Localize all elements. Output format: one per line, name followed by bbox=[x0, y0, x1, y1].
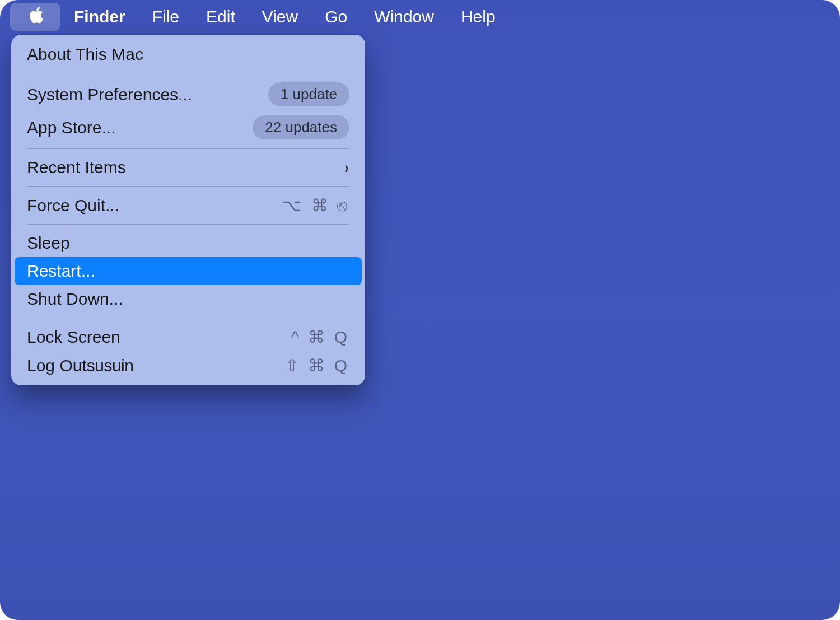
menubar: Finder File Edit View Go Window Help bbox=[0, 0, 840, 34]
update-badge: 22 updates bbox=[253, 115, 349, 139]
menu-sleep[interactable]: Sleep bbox=[11, 229, 365, 257]
menu-force-quit[interactable]: Force Quit... ⌥ ⌘ ⎋ bbox=[11, 191, 365, 220]
apple-icon bbox=[28, 6, 45, 29]
apple-menu-button[interactable] bbox=[10, 3, 60, 31]
menu-separator bbox=[27, 318, 349, 318]
menubar-edit[interactable]: Edit bbox=[193, 3, 249, 31]
menu-log-out[interactable]: Log Out susuin ⇧ ⌘ Q bbox=[11, 351, 365, 380]
apple-menu-dropdown: About This Mac System Preferences... 1 u… bbox=[11, 35, 365, 385]
menu-recent-items[interactable]: Recent Items › bbox=[11, 153, 365, 181]
menu-app-store[interactable]: App Store... 22 updates bbox=[11, 111, 365, 144]
menu-separator bbox=[27, 73, 349, 73]
username: susuin bbox=[87, 356, 134, 375]
menu-separator bbox=[27, 148, 349, 149]
update-badge: 1 update bbox=[268, 82, 349, 106]
menu-restart[interactable]: Restart... bbox=[15, 257, 362, 285]
menubar-window[interactable]: Window bbox=[361, 3, 447, 31]
menu-label: Restart... bbox=[27, 262, 95, 281]
keyboard-shortcut: ⇧ ⌘ Q bbox=[285, 356, 349, 375]
menu-system-preferences[interactable]: System Preferences... 1 update bbox=[11, 78, 365, 111]
menu-label: Shut Down... bbox=[27, 290, 123, 309]
menu-label: Force Quit... bbox=[27, 196, 119, 215]
menubar-go[interactable]: Go bbox=[311, 3, 361, 31]
menu-label: App Store... bbox=[27, 118, 115, 137]
menu-lock-screen[interactable]: Lock Screen ^ ⌘ Q bbox=[11, 323, 365, 351]
menu-separator bbox=[27, 224, 349, 225]
menubar-help[interactable]: Help bbox=[447, 3, 509, 31]
menu-label: System Preferences... bbox=[27, 85, 192, 104]
menubar-view[interactable]: View bbox=[249, 3, 311, 31]
menu-label: About This Mac bbox=[27, 45, 143, 64]
keyboard-shortcut: ^ ⌘ Q bbox=[291, 327, 349, 347]
menubar-app-name[interactable]: Finder bbox=[60, 3, 139, 31]
menu-shut-down[interactable]: Shut Down... bbox=[11, 285, 365, 313]
menu-label: Lock Screen bbox=[27, 328, 120, 347]
menu-about-this-mac[interactable]: About This Mac bbox=[11, 40, 365, 68]
desktop: Finder File Edit View Go Window Help Abo… bbox=[0, 0, 840, 620]
menu-label: Recent Items bbox=[27, 158, 126, 177]
menu-label: Sleep bbox=[27, 234, 70, 253]
chevron-right-icon: › bbox=[345, 158, 349, 177]
menu-separator bbox=[27, 186, 349, 187]
keyboard-shortcut: ⌥ ⌘ ⎋ bbox=[282, 195, 349, 215]
menubar-file[interactable]: File bbox=[139, 3, 193, 31]
menu-label: Log Out susuin bbox=[27, 356, 133, 375]
